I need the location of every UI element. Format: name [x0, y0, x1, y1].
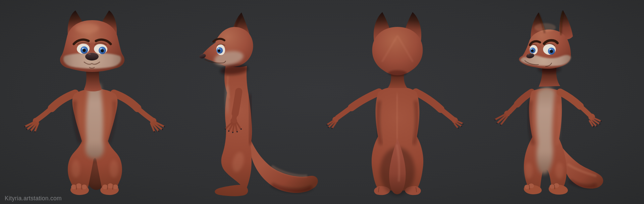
fox-view-back	[319, 3, 476, 198]
back-head	[372, 27, 423, 76]
fox-view-side	[188, 3, 322, 198]
fox-view-three-quarter	[480, 3, 644, 198]
quarter-near-arm	[560, 92, 602, 127]
quarter-far-arm	[494, 92, 532, 126]
side-tail	[250, 137, 318, 193]
fox-view-front	[20, 3, 168, 198]
front-neck	[84, 69, 102, 91]
front-chest-belly-cream	[86, 83, 104, 159]
watermark-text: Kityria.artstation.com	[5, 195, 62, 202]
quarter-chest-cream	[536, 87, 555, 174]
quarter-head-highlight	[534, 23, 556, 32]
quarter-tail	[561, 146, 603, 189]
front-nose	[85, 53, 99, 60]
render-canvas: Kityria.artstation.com	[0, 0, 644, 204]
front-head-highlight	[75, 23, 99, 33]
